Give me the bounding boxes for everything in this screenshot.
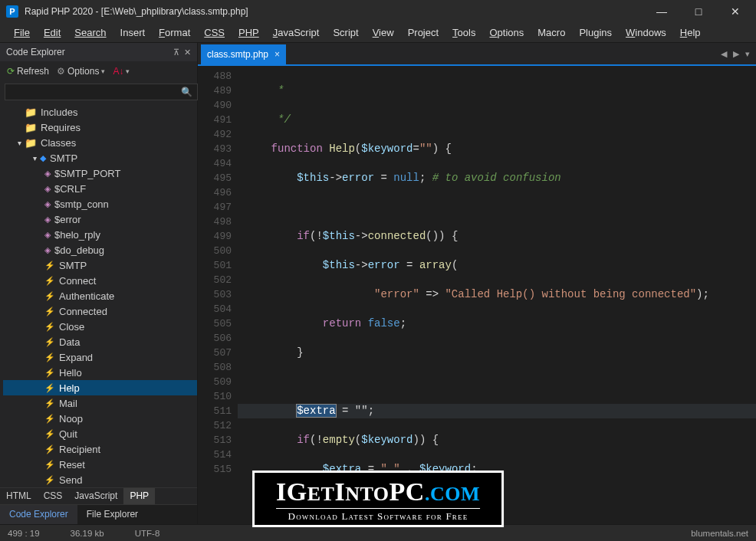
tree-prop[interactable]: ◈$smtp_conn bbox=[3, 196, 197, 211]
maximize-button[interactable]: □ bbox=[687, 5, 710, 18]
property-icon: ◈ bbox=[44, 245, 51, 255]
app-icon: P bbox=[6, 5, 18, 18]
menu-script[interactable]: Script bbox=[327, 24, 364, 41]
status-position: 499 : 19 bbox=[8, 529, 40, 538]
folder-icon: 📁 bbox=[25, 107, 37, 118]
menu-macro[interactable]: Macro bbox=[531, 24, 571, 41]
window-title: Rapid PHP 2020 - [E:\Web\_phplibrary\cla… bbox=[25, 6, 650, 17]
property-icon: ◈ bbox=[44, 169, 51, 179]
watermark-subtitle: Download Latest Software for Free bbox=[276, 508, 480, 523]
refresh-icon: ⟳ bbox=[7, 66, 15, 77]
code-body[interactable]: * */ function Help($keyword="") { $this-… bbox=[238, 66, 756, 524]
sidebar-toolbar: ⟳ Refresh ⚙ Options ▾ A↓ ▾ bbox=[0, 61, 197, 81]
lang-tab-css[interactable]: CSS bbox=[38, 488, 69, 504]
tree-method[interactable]: ⚡SMTP bbox=[3, 257, 197, 273]
search-input[interactable] bbox=[5, 84, 198, 100]
lang-tab-html[interactable]: HTML bbox=[0, 488, 38, 504]
menu-javascript[interactable]: JavaScript bbox=[267, 24, 326, 41]
method-icon: ⚡ bbox=[44, 460, 55, 470]
sort-button[interactable]: A↓ ▾ bbox=[110, 64, 132, 78]
tab-code-explorer[interactable]: Code Explorer bbox=[0, 505, 77, 524]
method-icon: ⚡ bbox=[44, 307, 55, 316]
tree-method-help[interactable]: ⚡Help bbox=[3, 380, 197, 395]
tree-method[interactable]: ⚡Expand bbox=[3, 349, 197, 365]
titlebar: P Rapid PHP 2020 - [E:\Web\_phplibrary\c… bbox=[0, 0, 756, 23]
refresh-button[interactable]: ⟳ Refresh bbox=[5, 64, 51, 78]
method-icon: ⚡ bbox=[44, 276, 55, 286]
tab-nav-left[interactable]: ◀ bbox=[718, 49, 730, 59]
tree-folder-includes[interactable]: 📁Includes bbox=[3, 104, 197, 120]
tree-method[interactable]: ⚡Connect bbox=[3, 273, 197, 288]
method-icon: ⚡ bbox=[44, 383, 55, 393]
watermark-title: IGETINTOPC.COM bbox=[276, 477, 480, 507]
minimize-button[interactable]: — bbox=[650, 5, 673, 18]
method-icon: ⚡ bbox=[44, 337, 55, 347]
menu-options[interactable]: Options bbox=[483, 24, 530, 41]
method-icon: ⚡ bbox=[44, 291, 55, 301]
method-icon: ⚡ bbox=[44, 398, 55, 408]
tree-method[interactable]: ⚡Close bbox=[3, 319, 197, 334]
class-icon: ◆ bbox=[40, 153, 46, 163]
tree-folder-classes[interactable]: ▾📁Classes bbox=[3, 135, 197, 150]
tab-nav-menu[interactable]: ▾ bbox=[742, 49, 753, 59]
tree-method[interactable]: ⚡Quit bbox=[3, 426, 197, 441]
sort-icon: A↓ bbox=[113, 66, 123, 77]
sidebar-bottom-tabs: Code Explorer File Explorer bbox=[0, 504, 197, 524]
tab-file-explorer[interactable]: File Explorer bbox=[77, 505, 147, 524]
menu-php[interactable]: PHP bbox=[232, 24, 265, 41]
watermark: IGETINTOPC.COM Download Latest Software … bbox=[252, 471, 504, 527]
tree-method[interactable]: ⚡Reset bbox=[3, 457, 197, 472]
tree-method[interactable]: ⚡Connected bbox=[3, 303, 197, 319]
options-button[interactable]: ⚙ Options ▾ bbox=[54, 64, 107, 78]
tab-nav-right[interactable]: ▶ bbox=[730, 49, 742, 59]
menu-file[interactable]: File bbox=[8, 24, 36, 41]
tab-close-icon[interactable]: × bbox=[274, 49, 280, 60]
menu-search[interactable]: Search bbox=[68, 24, 112, 41]
lang-tab-php[interactable]: PHP bbox=[123, 488, 155, 504]
panel-close-icon[interactable]: ✕ bbox=[184, 48, 191, 57]
menu-project[interactable]: Project bbox=[402, 24, 445, 41]
menu-plugins[interactable]: Plugins bbox=[573, 24, 618, 41]
method-icon: ⚡ bbox=[44, 261, 55, 270]
menu-css[interactable]: CSS bbox=[198, 24, 231, 41]
line-gutter: 488 489 490 491 492 493 494 495 496 497 … bbox=[198, 66, 238, 524]
tree-prop[interactable]: ◈$error bbox=[3, 211, 197, 227]
method-icon: ⚡ bbox=[44, 429, 55, 439]
close-button[interactable]: ✕ bbox=[724, 5, 747, 18]
menu-insert[interactable]: Insert bbox=[114, 24, 152, 41]
tree-prop[interactable]: ◈$SMTP_PORT bbox=[3, 166, 197, 181]
menu-view[interactable]: View bbox=[366, 24, 400, 41]
sidebar-title: Code Explorer bbox=[6, 47, 65, 57]
status-brand: blumentals.net bbox=[691, 529, 748, 538]
menubar: File Edit Search Insert Format CSS PHP J… bbox=[0, 23, 756, 43]
menu-format[interactable]: Format bbox=[153, 24, 196, 41]
tree-method[interactable]: ⚡Data bbox=[3, 334, 197, 349]
code-editor[interactable]: 488 489 490 491 492 493 494 495 496 497 … bbox=[198, 64, 756, 524]
lang-tab-js[interactable]: JavaScript bbox=[68, 488, 123, 504]
tree-prop[interactable]: ◈$CRLF bbox=[3, 181, 197, 196]
property-icon: ◈ bbox=[44, 230, 51, 240]
status-encoding: UTF-8 bbox=[135, 529, 160, 538]
chevron-down-icon: ▾ bbox=[101, 67, 105, 75]
tree-method[interactable]: ⚡Send bbox=[3, 472, 197, 487]
menu-windows[interactable]: Windows bbox=[620, 24, 672, 41]
tree-method[interactable]: ⚡Authenticate bbox=[3, 288, 197, 303]
tree-folder-requires[interactable]: 📁Requires bbox=[3, 120, 197, 135]
menu-help[interactable]: Help bbox=[674, 24, 707, 41]
menu-edit[interactable]: Edit bbox=[38, 24, 67, 41]
menu-tools[interactable]: Tools bbox=[446, 24, 482, 41]
tree-method[interactable]: ⚡Hello bbox=[3, 365, 197, 380]
tree-method[interactable]: ⚡Noop bbox=[3, 411, 197, 426]
tree-prop[interactable]: ◈$helo_rply bbox=[3, 227, 197, 242]
sidebar: Code Explorer ⊼ ✕ ⟳ Refresh ⚙ Options ▾ … bbox=[0, 43, 198, 524]
editor-tab-active[interactable]: class.smtp.php × bbox=[201, 44, 286, 64]
code-tree[interactable]: 📁Includes 📁Requires ▾📁Classes ▾◆SMTP ◈$S… bbox=[0, 103, 197, 487]
tree-method[interactable]: ⚡Mail bbox=[3, 395, 197, 411]
status-filesize: 36.19 kb bbox=[71, 529, 104, 538]
property-icon: ◈ bbox=[44, 199, 51, 209]
tree-method[interactable]: ⚡Recipient bbox=[3, 441, 197, 457]
tree-class-smtp[interactable]: ▾◆SMTP bbox=[3, 150, 197, 166]
tree-prop[interactable]: ◈$do_debug bbox=[3, 242, 197, 257]
pin-icon[interactable]: ⊼ bbox=[173, 48, 179, 57]
chevron-down-icon: ▾ bbox=[126, 67, 130, 75]
